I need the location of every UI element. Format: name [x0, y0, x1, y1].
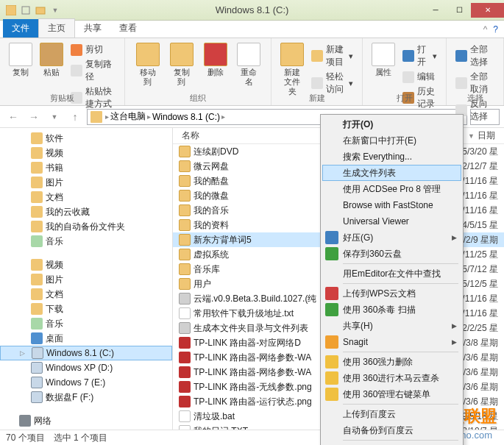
file-name: 新东方背单词5: [194, 234, 252, 246]
file-name: TP-LINK 路由器-无线参数.png: [194, 381, 312, 394]
menu-item[interactable]: 用EmEditor在文件中查找: [322, 266, 461, 282]
minimize-button[interactable]: ─: [424, 3, 447, 18]
file-name: TP-LINK 路由器-网络参数-WA: [194, 352, 311, 364]
menu-item[interactable]: 好压(G)▶: [322, 229, 461, 246]
help-icon[interactable]: ?: [493, 24, 498, 35]
tree-label: 桌面: [46, 332, 63, 345]
col-date[interactable]: 日期: [478, 129, 495, 142]
menu-separator: [343, 352, 458, 352]
tab-file[interactable]: 文件: [3, 19, 38, 38]
tab-home[interactable]: 主页: [38, 18, 75, 38]
breadcrumb-drive[interactable]: Windows 8.1 (C:): [152, 112, 220, 122]
tree-item[interactable]: 软件: [0, 131, 172, 146]
menu-item[interactable]: 上传到WPS云文档: [322, 285, 461, 302]
menu-item[interactable]: Snagit▶: [322, 334, 461, 350]
file-name: TP-LINK 路由器-运行状态.png: [194, 396, 312, 408]
maximize-button[interactable]: ☐: [447, 3, 471, 18]
tree-label: 图片: [46, 274, 63, 286]
menu-item[interactable]: Browse with FastStone: [322, 197, 461, 213]
menu-item[interactable]: 上传到百度云: [322, 406, 461, 422]
tree-item[interactable]: 文档: [0, 190, 172, 204]
open-button[interactable]: 打开 ▾: [402, 43, 438, 69]
menu-separator: [343, 404, 458, 405]
menu-icon: [325, 231, 338, 244]
tree-item[interactable]: ▷Windows 8.1 (C:): [0, 346, 172, 360]
group-organize-label: 组织: [125, 93, 271, 104]
tree-label: 下载: [46, 303, 63, 316]
tree-label: 音乐: [46, 235, 63, 248]
network-icon: [19, 415, 31, 427]
desktop-icon: [31, 332, 43, 344]
qat-props-icon[interactable]: [19, 4, 32, 17]
menu-item[interactable]: 使用 360管理右键菜单: [322, 386, 461, 402]
cut-button[interactable]: 剪切: [71, 43, 116, 57]
menu-item[interactable]: 使用 ACDSee Pro 8 管理: [322, 181, 461, 197]
tree-item[interactable]: 书籍: [0, 160, 172, 175]
menu-item[interactable]: 使用 360强力删除: [322, 354, 461, 370]
menu-label: 在新窗口中打开(E): [343, 135, 416, 147]
col-name[interactable]: 名称: [179, 129, 304, 142]
tree-item[interactable]: Windows XP (D:): [0, 360, 172, 375]
menu-separator: [343, 440, 458, 441]
tree-item[interactable]: 文档: [0, 287, 172, 302]
folder-icon: [31, 162, 43, 174]
ribbon-collapse-icon[interactable]: ^: [483, 24, 488, 35]
nav-tree[interactable]: 软件视频书籍图片文档我的云收藏我的自动备份文件夹音乐视频图片文档下载音乐桌面▷W…: [0, 128, 173, 430]
drive-icon: [31, 391, 43, 403]
tree-item[interactable]: 音乐: [0, 316, 172, 331]
tree-item-network[interactable]: 网络: [0, 413, 172, 428]
music-icon: [31, 318, 43, 330]
menu-item[interactable]: 自动备份到百度云: [322, 422, 461, 438]
tree-label: 视频: [46, 147, 63, 160]
menu-item[interactable]: 保存到360云盘: [322, 246, 461, 262]
qat-dropdown-icon[interactable]: ▼: [49, 4, 62, 17]
selectall-button[interactable]: 全部选择: [455, 43, 494, 69]
tab-view[interactable]: 查看: [110, 19, 146, 38]
menu-separator: [343, 263, 458, 264]
tree-item[interactable]: 我的自动备份文件夹: [0, 219, 172, 234]
tree-item[interactable]: 数据盘F (F:): [0, 390, 172, 405]
tree-item[interactable]: 我的云收藏: [0, 204, 172, 219]
menu-label: 使用 ACDSee Pro 8 管理: [343, 183, 441, 196]
folder-icon: [179, 249, 191, 260]
menu-icon: [325, 371, 338, 385]
menu-item[interactable]: 使用 360进行木马云查杀: [322, 370, 461, 386]
tree-item[interactable]: Windows 7 (E:): [0, 375, 172, 390]
menu-item[interactable]: Universal Viewer: [322, 213, 461, 229]
copypath-button[interactable]: 复制路径: [71, 57, 116, 84]
txt-icon: [179, 425, 191, 430]
png-icon: [179, 381, 191, 393]
close-button[interactable]: ✕: [471, 3, 504, 18]
ribbon-tabs: 文件 主页 共享 查看 ^ ?: [0, 21, 504, 38]
menu-label: 好压(G): [343, 232, 373, 244]
folder-icon: [179, 146, 191, 157]
tree-item[interactable]: 图片: [0, 272, 172, 287]
tree-item[interactable]: 图片: [0, 175, 172, 190]
tree-item[interactable]: 桌面: [0, 331, 172, 346]
png-icon: [179, 366, 191, 378]
qat-newfolder-icon[interactable]: [34, 4, 47, 17]
menu-item[interactable]: 生成文件列表: [322, 165, 461, 181]
newitem-button[interactable]: 新建项目 ▾: [311, 43, 352, 69]
menu-item[interactable]: 在新窗口中打开(E): [322, 132, 461, 149]
group-clipboard-label: 剪贴板: [0, 93, 124, 104]
tree-item[interactable]: 音乐: [0, 234, 172, 249]
file-name: 云端.v0.9.Beta.3.Build.1027.(纯: [194, 293, 316, 305]
file-date: 5/7/12 星: [462, 263, 498, 276]
menu-item[interactable]: 搜索 Everything...: [322, 149, 461, 165]
menu-item[interactable]: 打开(O): [322, 116, 461, 132]
file-date: 3/3/6 星期: [458, 396, 498, 408]
submenu-arrow-icon: ▶: [452, 234, 457, 241]
tree-item[interactable]: 下载: [0, 302, 172, 316]
menu-item[interactable]: 共享(H)▶: [322, 318, 461, 334]
folder-icon: [31, 177, 43, 188]
file-name: 我的音乐: [194, 204, 229, 217]
edit-button[interactable]: 编辑: [402, 70, 438, 84]
tab-share[interactable]: 共享: [75, 19, 110, 38]
menu-item[interactable]: 使用 360杀毒 扫描: [322, 302, 461, 318]
menu-label: 保存到360云盘: [343, 248, 402, 260]
tree-item[interactable]: 视频: [0, 257, 172, 272]
folder-icon: [31, 206, 43, 218]
tree-item[interactable]: 视频: [0, 146, 172, 160]
menu-item[interactable]: 包含到库中(I)▶: [322, 442, 461, 445]
